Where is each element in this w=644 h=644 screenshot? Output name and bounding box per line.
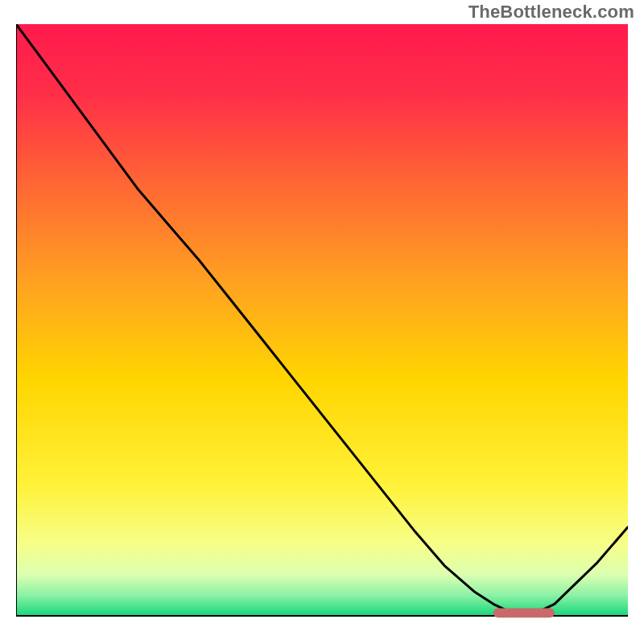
plot-area <box>16 24 628 628</box>
watermark-text: TheBottleneck.com <box>469 2 634 23</box>
optimal-range-marker <box>493 608 555 617</box>
chart-container: TheBottleneck.com <box>0 0 644 644</box>
gradient-background <box>16 24 628 616</box>
chart-svg <box>16 24 628 628</box>
